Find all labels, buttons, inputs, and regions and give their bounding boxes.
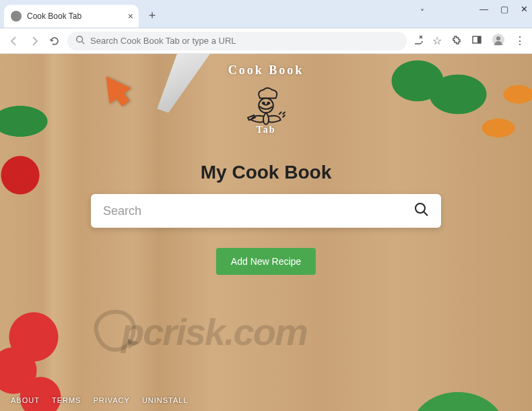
footer-terms-link[interactable]: TERMS [52, 396, 81, 404]
search-input[interactable] [103, 204, 414, 218]
reload-button[interactable] [47, 34, 62, 49]
tab-favicon [11, 11, 22, 22]
maximize-icon[interactable]: ▢ [500, 4, 508, 14]
back-button[interactable] [7, 34, 22, 49]
watermark-text: pcrisk.com [121, 310, 307, 354]
logo-text-top: Cook Book [199, 63, 333, 77]
close-tab-icon[interactable]: × [128, 11, 133, 22]
chef-icon [236, 85, 296, 148]
footer-about-link[interactable]: ABOUT [11, 396, 40, 404]
close-window-icon[interactable]: ✕ [521, 4, 528, 14]
add-recipe-button[interactable]: Add New Recipe [216, 248, 316, 275]
extensions-icon[interactable] [451, 34, 462, 48]
search-box[interactable] [91, 194, 441, 228]
minimize-icon[interactable]: — [479, 4, 488, 14]
svg-point-8 [267, 102, 269, 104]
browser-tab-active[interactable]: Cook Book Tab × [4, 5, 139, 28]
tab-title: Cook Book Tab [27, 11, 81, 21]
kebab-menu-icon[interactable]: ⋮ [514, 34, 525, 47]
footer-privacy-link[interactable]: PRIVACY [93, 396, 129, 404]
svg-point-7 [263, 102, 265, 104]
tab-list-chevron-icon[interactable]: ˅ [420, 8, 424, 18]
svg-line-10 [424, 212, 428, 216]
omnibox-placeholder: Search Cook Book Tab or type a URL [90, 36, 236, 46]
browser-titlebar: Cook Book Tab × + ˅ — ▢ ✕ [0, 0, 532, 28]
svg-line-1 [82, 42, 85, 44]
share-icon[interactable] [412, 34, 423, 48]
browser-toolbar: Search Cook Book Tab or type a URL ☆ ⋮ [0, 28, 532, 54]
search-icon [75, 35, 85, 46]
new-tab-button[interactable]: + [143, 6, 162, 25]
footer-uninstall-link[interactable]: UNINSTALL [142, 396, 189, 404]
side-panel-icon[interactable] [471, 34, 482, 48]
search-submit-icon[interactable] [414, 202, 429, 220]
forward-button[interactable] [27, 34, 42, 49]
page-title: My Cook Book [201, 162, 331, 183]
profile-avatar-icon[interactable] [492, 33, 505, 49]
footer-nav: ABOUT TERMS PRIVACY UNINSTALL [0, 389, 199, 411]
address-bar[interactable]: Search Cook Book Tab or type a URL [67, 32, 407, 51]
svg-point-9 [415, 203, 425, 213]
window-controls: — ▢ ✕ [479, 4, 528, 14]
site-logo: Cook Book Tab [199, 54, 333, 135]
callout-arrow-icon [95, 69, 131, 104]
page-content: Cook Book Tab My Cook Book [0, 54, 532, 411]
watermark-logo-icon [92, 308, 138, 354]
svg-point-0 [77, 36, 83, 42]
svg-rect-3 [477, 36, 481, 43]
bookmark-star-icon[interactable]: ☆ [432, 34, 442, 47]
svg-point-5 [496, 36, 500, 40]
